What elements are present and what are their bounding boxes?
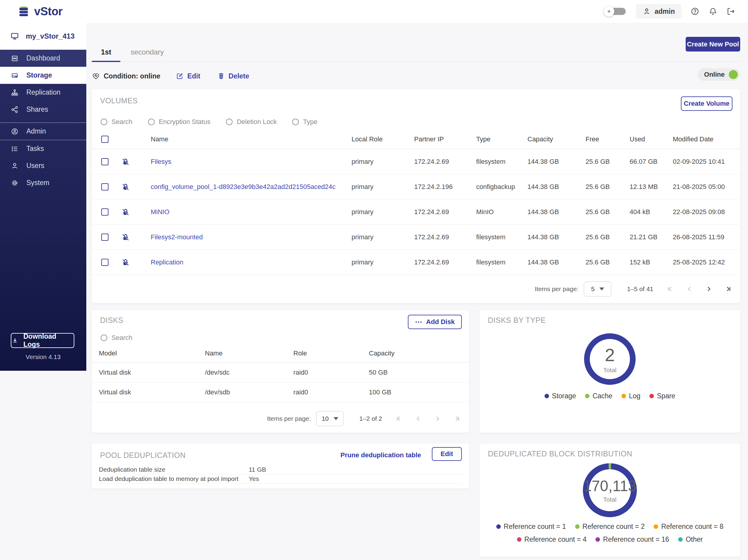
help-icon[interactable] <box>691 7 699 16</box>
dedup-block-distribution-panel: DEDUPLICATED BLOCK DISTRIBUTION 170,113 … <box>480 443 740 557</box>
cell-modified: 25-08-2025 12:42 <box>673 259 733 266</box>
legend-item: Cache <box>585 392 612 400</box>
create-volume-button[interactable]: Create Volume <box>681 96 732 111</box>
filter-search[interactable]: Search <box>101 118 133 126</box>
sidebar-item-replication[interactable]: Replication <box>0 84 86 101</box>
sidebar-item-system[interactable]: System <box>0 174 86 191</box>
donut-total-label: Total <box>603 496 616 503</box>
legend-item: Storage <box>544 392 576 400</box>
volume-name-link[interactable]: Replication <box>137 259 352 266</box>
page-range-text: 1–2 of 2 <box>359 415 382 422</box>
chevron-down-icon <box>599 288 604 291</box>
filter-label: Search <box>112 334 133 342</box>
tab-1st[interactable]: 1st <box>92 45 120 62</box>
pool-status-text: Online <box>704 71 725 78</box>
brand: vStor <box>17 5 63 18</box>
lock-slash-icon[interactable] <box>121 182 137 191</box>
edit-pool-button[interactable]: Edit <box>176 72 200 80</box>
sidebar: my_vStor_413 Dashboard Storage <box>0 23 86 371</box>
pool-status-badge: Online <box>698 68 740 81</box>
sidebar-item-tasks[interactable]: Tasks <box>0 140 86 157</box>
cell-used: 66.07 GB <box>630 158 673 166</box>
row-checkbox[interactable] <box>101 158 109 165</box>
volume-name-link[interactable]: config_volume_pool_1-d8923e3e9b3e42a2ad2… <box>137 183 352 191</box>
sidebar-item-storage[interactable]: Storage <box>0 67 86 84</box>
filter-label: Type <box>303 118 318 126</box>
sidebar-item-label: Tasks <box>26 145 44 153</box>
add-disk-button[interactable]: ⋯ Add Disk <box>408 315 462 329</box>
sidebar-item-label: Dashboard <box>26 54 60 62</box>
legend-dot <box>649 394 654 398</box>
edit-dedup-button[interactable]: Edit <box>432 447 462 461</box>
row-checkbox[interactable] <box>101 234 109 241</box>
row-checkbox[interactable] <box>101 259 109 266</box>
node-selector[interactable]: my_vStor_413 <box>0 23 86 50</box>
cell-partner-ip: 172.24.2.69 <box>414 208 476 216</box>
monitor-icon <box>10 32 19 41</box>
first-page-icon[interactable] <box>667 285 674 293</box>
disks-by-type-panel: DISKS BY TYPE 2 Total Storage Cache Log … <box>480 310 740 433</box>
row-checkbox[interactable] <box>101 183 109 191</box>
cell-name: /dev/sdb <box>205 388 294 396</box>
cell-local-role: primary <box>352 208 414 216</box>
disks-by-type-title: DISKS BY TYPE <box>480 310 740 325</box>
filter-search[interactable]: Search <box>101 334 133 342</box>
cell-capacity: 50 GB <box>369 369 462 376</box>
legend-dot <box>678 537 683 542</box>
last-page-icon[interactable] <box>724 285 732 293</box>
cell-capacity: 144.38 GB <box>528 208 586 216</box>
previous-page-icon[interactable] <box>415 415 422 422</box>
legend-dot <box>622 394 626 398</box>
logout-icon[interactable] <box>726 7 735 16</box>
donut-total-value: 2 <box>605 345 615 365</box>
previous-page-icon[interactable] <box>686 285 694 293</box>
column-header-type: Type <box>476 136 528 143</box>
legend-dot <box>595 537 600 542</box>
cell-capacity: 144.38 GB <box>528 158 586 166</box>
sidebar-item-admin[interactable]: Admin <box>0 123 86 140</box>
download-icon <box>11 337 19 344</box>
lock-slash-icon[interactable] <box>121 258 137 267</box>
lock-slash-icon[interactable] <box>121 208 137 217</box>
filter-deletion-lock[interactable]: Deletion Lock <box>226 118 277 126</box>
sidebar-item-shares[interactable]: Shares <box>0 101 86 118</box>
sidebar-item-dashboard[interactable]: Dashboard <box>0 50 86 67</box>
legend-item: Log <box>622 392 640 400</box>
last-page-icon[interactable] <box>453 415 461 422</box>
page-size-select[interactable]: 5 <box>584 282 611 296</box>
delete-pool-button[interactable]: Delete <box>217 72 249 80</box>
first-page-icon[interactable] <box>395 415 403 422</box>
page-size-select[interactable]: 10 <box>316 411 344 426</box>
column-header-capacity: Capacity <box>369 349 462 357</box>
volume-name-link[interactable]: MiNIO <box>137 208 352 216</box>
sidebar-item-users[interactable]: Users <box>0 157 86 174</box>
theme-toggle[interactable] <box>604 5 627 18</box>
cell-capacity: 100 GB <box>369 388 462 396</box>
filter-label: Encryption Status <box>159 118 210 126</box>
lock-slash-icon[interactable] <box>121 157 137 166</box>
lock-slash-icon[interactable] <box>121 233 137 242</box>
volume-name-link[interactable]: Filesys2-mounted <box>137 233 352 241</box>
items-per-page-label: Items per page: <box>535 285 578 293</box>
download-logs-button[interactable]: Download Logs <box>11 333 74 348</box>
tab-secondary[interactable]: secondary <box>129 45 166 62</box>
table-row: Replication primary 172.24.2.69 filesyst… <box>92 250 740 275</box>
items-per-page-label: Items per page: <box>267 415 311 422</box>
notifications-bell-icon[interactable] <box>708 7 718 16</box>
volume-name-link[interactable]: Filesys <box>137 158 352 166</box>
user-menu[interactable]: admin <box>636 4 681 19</box>
volumes-table-header: Name Local Role Partner IP Type Capacity… <box>92 129 740 149</box>
dashboard-icon <box>11 54 19 62</box>
donut-total-value: 170,113 <box>583 477 636 495</box>
setting-label: Load deduplication table to memory at po… <box>99 475 249 483</box>
sun-icon <box>604 6 614 17</box>
select-all-checkbox[interactable] <box>101 136 109 143</box>
page-size-value: 5 <box>591 285 595 293</box>
legend-label: Log <box>629 392 640 400</box>
next-page-icon[interactable] <box>434 415 441 422</box>
prune-dedup-table-link[interactable]: Prune deduplication table <box>341 451 421 459</box>
filter-type[interactable]: Type <box>292 118 318 126</box>
filter-encryption-status[interactable]: Encryption Status <box>148 118 210 126</box>
row-checkbox[interactable] <box>101 209 109 216</box>
next-page-icon[interactable] <box>705 285 712 293</box>
